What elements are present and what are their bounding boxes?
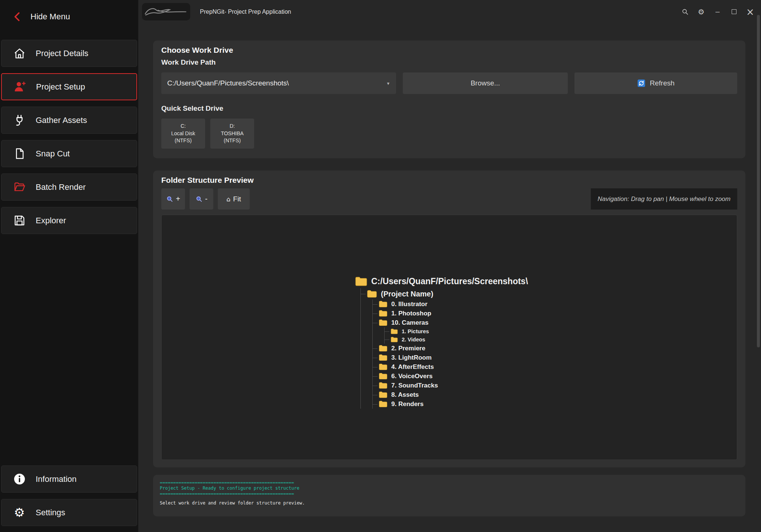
plug-icon bbox=[8, 114, 30, 126]
folder-icon bbox=[379, 382, 388, 389]
path-row: ▾ Browse... Refresh bbox=[161, 72, 737, 94]
folder-icon bbox=[391, 328, 398, 334]
folder-tree: C:/Users/QuanF/Pictures/Screenshots\ (Pr… bbox=[162, 215, 737, 409]
sidebar-item-project-details[interactable]: Project Details bbox=[1, 40, 137, 67]
titlebar: PrepNGit- Project Prep Application ⚙ – × bbox=[138, 0, 761, 23]
drive-fs: (NTFS) bbox=[224, 137, 241, 145]
minimize-button[interactable]: – bbox=[710, 4, 725, 20]
fit-home-icon: ⌂ bbox=[227, 195, 231, 203]
folder-icon bbox=[379, 400, 388, 408]
sidebar-item-explorer[interactable]: Explorer bbox=[1, 207, 137, 234]
close-button[interactable]: × bbox=[742, 4, 758, 20]
close-icon: × bbox=[746, 6, 754, 17]
tree-row: 4. AfterEffects bbox=[379, 362, 737, 372]
tree-row: 9. Renders bbox=[379, 399, 737, 409]
app-logo bbox=[142, 3, 190, 20]
sidebar-nav: Project Details Project Setup Gather Ass… bbox=[0, 33, 138, 234]
magnifier-icon bbox=[195, 195, 203, 202]
fit-button[interactable]: ⌂ Fit bbox=[218, 188, 250, 210]
navigation-hint: Navigation: Drag to pan | Mouse wheel to… bbox=[591, 188, 737, 210]
magnifier-icon bbox=[166, 195, 173, 202]
folder-icon bbox=[379, 363, 388, 370]
folder-icon bbox=[379, 345, 388, 352]
tree-row: (Project Name) bbox=[367, 288, 737, 299]
quick-select-drive-label: Quick Select Drive bbox=[161, 104, 737, 113]
sidebar-item-settings[interactable]: ⚙ Settings bbox=[1, 499, 137, 526]
choose-work-drive-section: Choose Work Drive Work Drive Path ▾ Brow… bbox=[153, 40, 745, 158]
combo-dropdown-icon[interactable]: ▾ bbox=[385, 79, 391, 88]
sidebar-item-label: Snap Cut bbox=[36, 149, 70, 159]
folder-icon bbox=[379, 354, 388, 361]
sidebar-item-label: Gather Assets bbox=[36, 116, 87, 125]
zoom-out-label: - bbox=[205, 195, 208, 203]
folder-icon bbox=[367, 290, 377, 298]
folder-icon bbox=[379, 391, 388, 398]
preview-toolbar: + - ⌂ Fit Navigation: Drag to pan | Mous… bbox=[161, 188, 737, 210]
console-divider: ========================================… bbox=[160, 480, 739, 486]
refresh-icon bbox=[637, 79, 645, 87]
sidebar-item-project-setup[interactable]: Project Setup bbox=[1, 73, 137, 100]
work-drive-path-input[interactable] bbox=[167, 79, 385, 87]
tree-row: 7. SoundTracks bbox=[379, 381, 737, 390]
sidebar-item-label: Project Details bbox=[36, 49, 88, 58]
scrollbar[interactable] bbox=[757, 15, 760, 347]
hide-menu-label: Hide Menu bbox=[30, 12, 70, 22]
minimize-icon: – bbox=[715, 7, 719, 16]
work-drive-path-input-wrap: ▾ bbox=[161, 72, 396, 94]
tree-row: 10. Cameras bbox=[379, 318, 737, 327]
tree-row: 2. Videos bbox=[391, 335, 737, 344]
sidebar-item-label: Batch Render bbox=[36, 182, 86, 192]
sidebar-item-label: Settings bbox=[36, 508, 65, 518]
fit-label: Fit bbox=[233, 195, 241, 203]
sidebar: Hide Menu Project Details Project Setup … bbox=[0, 0, 138, 532]
sidebar-item-label: Explorer bbox=[36, 216, 66, 226]
maximize-button[interactable] bbox=[726, 4, 742, 20]
drive-list: C: Local Disk (NTFS) D: TOSHIBA (NTFS) bbox=[161, 119, 737, 149]
search-button[interactable] bbox=[677, 4, 693, 20]
info-icon bbox=[8, 473, 30, 485]
refresh-button[interactable]: Refresh bbox=[574, 72, 737, 94]
sidebar-item-batch-render[interactable]: Batch Render bbox=[1, 173, 137, 201]
status-console: ========================================… bbox=[153, 475, 745, 516]
drive-letter: D: bbox=[230, 123, 235, 130]
folder-preview-viewport[interactable]: C:/Users/QuanF/Pictures/Screenshots\ (Pr… bbox=[161, 215, 737, 460]
tree-row: 6. VoiceOvers bbox=[379, 372, 737, 381]
folder-open-icon bbox=[8, 181, 30, 193]
folder-icon bbox=[379, 301, 388, 308]
drive-name: Local Disk bbox=[171, 130, 195, 137]
drive-fs: (NTFS) bbox=[175, 137, 192, 145]
sidebar-item-snap-cut[interactable]: Snap Cut bbox=[1, 140, 137, 167]
save-icon bbox=[8, 214, 30, 227]
folder-icon bbox=[379, 373, 388, 380]
folder-icon bbox=[355, 276, 367, 286]
chevron-left-icon bbox=[12, 11, 23, 22]
main-area: PrepNGit- Project Prep Application ⚙ – × bbox=[138, 0, 761, 532]
drive-name: TOSHIBA bbox=[221, 130, 243, 137]
sidebar-bottom-nav: Information ⚙ Settings bbox=[0, 459, 138, 532]
folder-icon bbox=[379, 319, 388, 326]
drive-letter: C: bbox=[181, 123, 186, 130]
sidebar-item-gather-assets[interactable]: Gather Assets bbox=[1, 107, 137, 134]
section-title: Choose Work Drive bbox=[161, 46, 737, 55]
browse-button[interactable]: Browse... bbox=[403, 72, 568, 94]
tree-row: 1. Pictures bbox=[391, 327, 737, 335]
zoom-in-label: + bbox=[176, 195, 180, 203]
window-title: PrepNGit- Project Prep Application bbox=[200, 9, 291, 15]
tree-row: 0. Illustrator bbox=[379, 299, 737, 309]
drive-button-d[interactable]: D: TOSHIBA (NTFS) bbox=[210, 119, 254, 149]
console-status: Project Setup - Ready to configure proje… bbox=[160, 486, 739, 491]
tree-row: 3. LightRoom bbox=[379, 353, 737, 362]
gear-icon: ⚙ bbox=[698, 8, 705, 16]
folder-icon bbox=[391, 337, 398, 343]
settings-gear-button[interactable]: ⚙ bbox=[693, 4, 709, 20]
tree-row: 2. Premiere bbox=[379, 344, 737, 353]
sidebar-item-information[interactable]: Information bbox=[1, 466, 137, 493]
gear-icon: ⚙ bbox=[8, 506, 30, 519]
sidebar-item-label: Project Setup bbox=[36, 82, 85, 92]
console-hint: Select work drive and review folder stru… bbox=[160, 500, 739, 506]
zoom-out-button[interactable]: - bbox=[190, 188, 213, 210]
home-icon bbox=[8, 47, 30, 59]
hide-menu-button[interactable]: Hide Menu bbox=[0, 0, 138, 33]
drive-button-c[interactable]: C: Local Disk (NTFS) bbox=[161, 119, 205, 149]
zoom-in-button[interactable]: + bbox=[161, 188, 185, 210]
